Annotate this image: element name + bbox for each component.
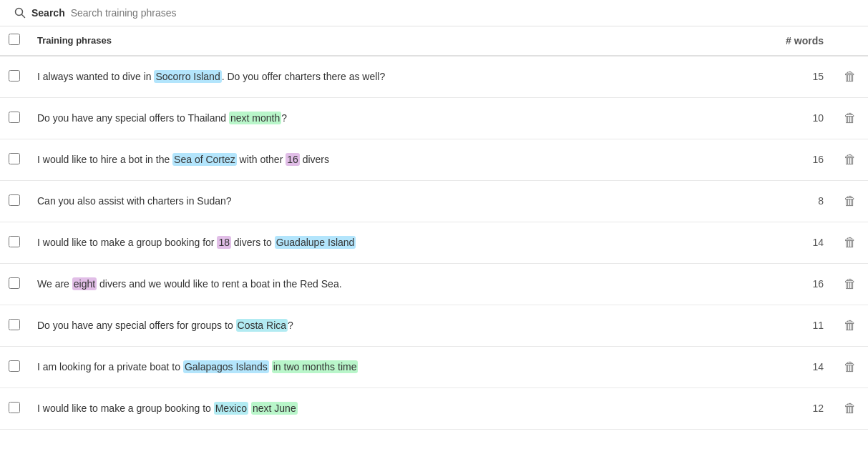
search-label: Search [31,7,65,19]
words-cell: 11 [761,305,832,346]
delete-button[interactable]: 🗑 [841,108,859,129]
highlight-mexico: Mexico [214,402,248,415]
delete-button[interactable]: 🗑 [841,274,859,295]
table-row: I am looking for a private boat to Galap… [0,346,868,388]
phrase-cell: I would like to make a group booking to … [29,388,761,429]
words-cell: 14 [761,346,832,388]
select-all-col [0,26,29,56]
words-col-header: # words [761,26,832,56]
phrase-cell: Do you have any special offers for group… [29,305,761,346]
training-phrases-table: Training phrases # words I always wanted… [0,26,868,430]
phrase-col-header: Training phrases [29,26,761,56]
row-checkbox[interactable] [9,402,20,413]
row-checkbox[interactable] [9,153,20,164]
action-cell: 🗑 [832,305,868,346]
highlight-next-month: next month [229,112,281,124]
phrase-cell: I always wanted to dive in Socorro Islan… [29,56,761,98]
trash-icon: 🗑 [844,152,857,167]
table-row: I always wanted to dive in Socorro Islan… [0,56,868,98]
row-checkbox-cell [0,97,29,139]
phrase-cell: We are eight divers and we would like to… [29,263,761,305]
delete-button[interactable]: 🗑 [841,315,859,336]
row-checkbox[interactable] [9,70,20,82]
select-all-checkbox[interactable] [9,34,20,45]
words-cell: 8 [761,180,832,222]
row-checkbox-cell [0,180,29,222]
row-checkbox-cell [0,222,29,263]
svg-line-1 [22,15,25,18]
table-row: I would like to make a group booking to … [0,388,868,429]
phrase-cell: I would like to hire a bot in the Sea of… [29,139,761,180]
delete-button[interactable]: 🗑 [841,232,859,253]
delete-button[interactable]: 🗑 [841,66,859,87]
action-cell: 🗑 [832,263,868,305]
words-cell: 10 [761,97,832,139]
row-checkbox[interactable] [9,360,20,372]
table-row: Do you have any special offers to Thaila… [0,97,868,139]
action-cell: 🗑 [832,97,868,139]
highlight-18: 18 [217,236,231,249]
trash-icon: 🗑 [844,69,857,84]
highlight-socorro: Socorro Island [154,70,221,83]
trash-icon: 🗑 [844,111,857,126]
words-cell: 15 [761,56,832,98]
action-cell: 🗑 [832,346,868,388]
table-row: Can you also assist with charters in Sud… [0,180,868,222]
highlight-eight: eight [72,277,97,290]
table-row: We are eight divers and we would like to… [0,263,868,305]
search-bar: Search [0,0,868,26]
words-cell: 14 [761,222,832,263]
search-icon [14,7,26,19]
words-cell: 16 [761,263,832,305]
row-checkbox[interactable] [9,112,20,123]
table-row: I would like to make a group booking for… [0,222,868,263]
phrase-cell: Do you have any special offers to Thaila… [29,97,761,139]
row-checkbox[interactable] [9,236,20,247]
table-row: I would like to hire a bot in the Sea of… [0,139,868,180]
highlight-galapagos: Galapagos Islands [183,360,269,373]
trash-icon: 🗑 [844,318,857,333]
words-cell: 16 [761,139,832,180]
delete-button[interactable]: 🗑 [841,191,859,212]
phrase-cell: Can you also assist with charters in Sud… [29,180,761,222]
highlight-16: 16 [286,153,300,166]
highlight-costa-rica: Costa Rica [236,319,288,332]
row-checkbox[interactable] [9,319,20,330]
row-checkbox-cell [0,263,29,305]
action-cell: 🗑 [832,388,868,429]
trash-icon: 🗑 [844,194,857,209]
words-cell: 12 [761,388,832,429]
highlight-next-june: next June [251,402,298,415]
highlight-sea-of-cortez: Sea of Cortez [172,153,237,166]
delete-button[interactable]: 🗑 [841,398,859,419]
trash-icon: 🗑 [844,277,857,292]
phrase-cell: I would like to make a group booking for… [29,222,761,263]
action-col-header [832,26,868,56]
table-row: Do you have any special offers for group… [0,305,868,346]
action-cell: 🗑 [832,139,868,180]
action-cell: 🗑 [832,56,868,98]
search-input[interactable] [71,7,854,19]
row-checkbox[interactable] [9,277,20,289]
row-checkbox-cell [0,388,29,429]
row-checkbox-cell [0,139,29,180]
phrase-cell: I am looking for a private boat to Galap… [29,346,761,388]
trash-icon: 🗑 [844,360,857,375]
row-checkbox-cell [0,305,29,346]
row-checkbox[interactable] [9,194,20,206]
trash-icon: 🗑 [844,401,857,416]
action-cell: 🗑 [832,180,868,222]
delete-button[interactable]: 🗑 [841,357,859,377]
delete-button[interactable]: 🗑 [841,149,859,170]
highlight-guadalupe: Guadalupe Island [275,236,356,249]
action-cell: 🗑 [832,222,868,263]
highlight-two-months-time: in two months time [272,360,359,373]
trash-icon: 🗑 [844,235,857,250]
row-checkbox-cell [0,56,29,98]
row-checkbox-cell [0,346,29,388]
